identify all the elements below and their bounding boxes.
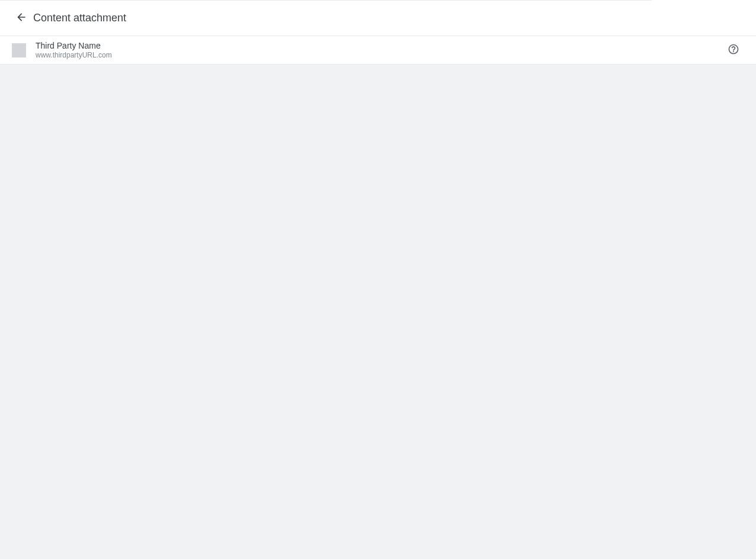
third-party-url: www.thirdpartyURL.com — [36, 51, 112, 59]
content-area — [0, 65, 756, 559]
help-icon — [728, 43, 739, 57]
subheader-bar: Third Party Name www.thirdpartyURL.com — [0, 36, 756, 65]
back-button[interactable] — [9, 7, 33, 30]
header-bar: Content attachment — [0, 1, 756, 36]
third-party-logo-placeholder — [12, 43, 26, 57]
help-button[interactable] — [723, 40, 744, 61]
third-party-name: Third Party Name — [36, 41, 112, 51]
subheader-text: Third Party Name www.thirdpartyURL.com — [36, 41, 112, 59]
page-title: Content attachment — [33, 12, 126, 24]
arrow-back-icon — [15, 11, 27, 25]
